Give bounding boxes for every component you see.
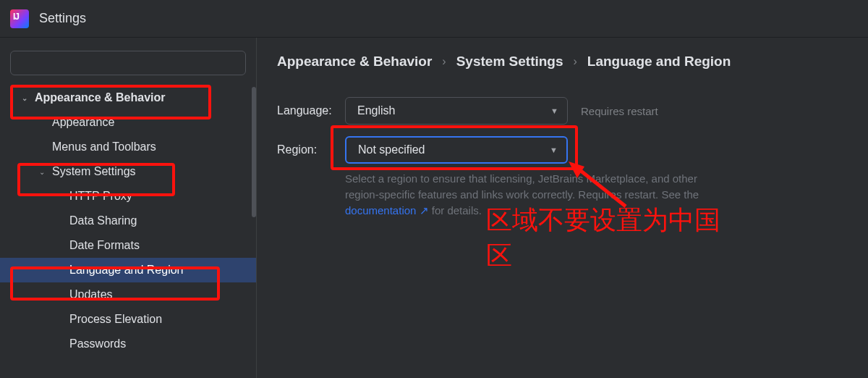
sidebar-item-data-sharing[interactable]: Data Sharing (0, 209, 256, 233)
region-row: Region: Not specified ▼ (277, 136, 848, 164)
sidebar-item-label: Appearance & Behavior (35, 91, 166, 104)
settings-sidebar: ⌄Appearance & BehaviorAppearanceMenus an… (0, 38, 257, 378)
breadcrumb-part: Language and Region (587, 54, 731, 70)
breadcrumb-sep: › (442, 55, 446, 68)
sidebar-item-label: Date Formats (69, 239, 140, 252)
settings-tree[interactable]: ⌄Appearance & BehaviorAppearanceMenus an… (0, 81, 256, 378)
region-help: Select a region to ensure that licensing… (345, 171, 707, 218)
sidebar-item-label: Menus and Toolbars (52, 140, 156, 154)
breadcrumb-part: Appearance & Behavior (277, 54, 432, 70)
settings-content: Appearance & Behavior › System Settings … (257, 38, 868, 378)
language-value: English (357, 104, 395, 117)
search-input[interactable] (10, 51, 246, 75)
sidebar-item-label: Passwords (69, 337, 126, 350)
breadcrumb-sep: › (574, 55, 577, 68)
language-hint: Requires restart (581, 105, 658, 117)
region-select[interactable]: Not specified ▼ (345, 136, 568, 164)
sidebar-item-http-proxy[interactable]: HTTP Proxy (0, 184, 256, 209)
chevron-down-icon: ▼ (550, 146, 558, 154)
chevron-down-icon: ⌄ (20, 94, 29, 102)
sidebar-item-label: Appearance (52, 116, 114, 129)
sidebar-item-appearance-behavior[interactable]: ⌄Appearance & Behavior (0, 85, 256, 110)
scrollbar[interactable] (252, 81, 256, 356)
sidebar-item-process-elevation[interactable]: Process Elevation (0, 307, 256, 332)
documentation-link[interactable]: documentation ↗ (345, 204, 429, 217)
sidebar-item-label: Updates (69, 288, 113, 301)
sidebar-item-label: HTTP Proxy (69, 190, 132, 203)
sidebar-item-date-formats[interactable]: Date Formats (0, 233, 256, 258)
sidebar-item-passwords[interactable]: Passwords (0, 332, 256, 356)
chevron-down-icon: ▼ (550, 106, 558, 115)
language-row: Language: English ▼ Requires restart (277, 97, 848, 125)
sidebar-item-label: Data Sharing (69, 214, 137, 227)
scrollbar-thumb[interactable] (252, 87, 256, 217)
region-label: Region: (277, 143, 345, 156)
main: ⌄Appearance & BehaviorAppearanceMenus an… (0, 38, 868, 378)
sidebar-item-label: System Settings (52, 165, 136, 178)
sidebar-item-menus-and-toolbars[interactable]: Menus and Toolbars (0, 135, 256, 159)
breadcrumb: Appearance & Behavior › System Settings … (277, 54, 848, 70)
breadcrumb-part: System Settings (456, 54, 563, 70)
window-title: Settings (39, 11, 86, 26)
language-label: Language: (277, 104, 345, 117)
chevron-down-icon: ⌄ (38, 168, 46, 176)
region-value: Not specified (358, 143, 425, 156)
titlebar: IJ Settings (0, 0, 868, 38)
sidebar-item-system-settings[interactable]: ⌄System Settings (0, 159, 256, 184)
sidebar-item-appearance[interactable]: Appearance (0, 110, 256, 135)
app-icon: IJ (10, 9, 29, 28)
sidebar-item-updates[interactable]: Updates (0, 282, 256, 307)
sidebar-item-label: Language and Region (69, 264, 183, 277)
language-select[interactable]: English ▼ (345, 97, 568, 125)
sidebar-item-language-and-region[interactable]: Language and Region (0, 258, 256, 282)
sidebar-item-label: Process Elevation (69, 313, 162, 326)
